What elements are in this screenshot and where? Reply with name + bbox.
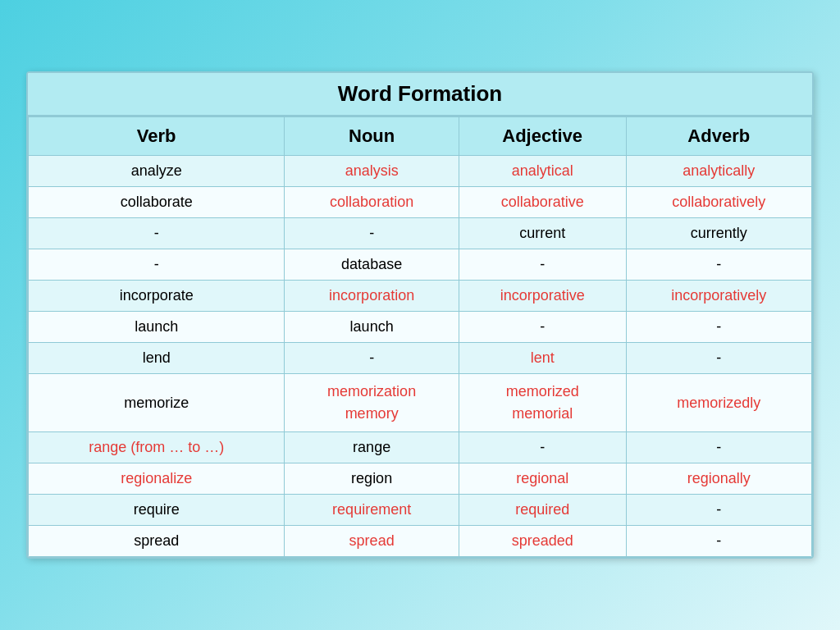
cell-adjective: lent [459,343,626,374]
table-row: regionalizeregionregionalregionally [29,463,812,495]
cell-adverb: - [626,432,812,463]
table-row: -database-- [29,249,812,281]
cell-adjective: spreaded [459,526,626,557]
cell-adjective: - [459,312,626,343]
table-row: spreadspreadspreaded- [29,526,812,557]
cell-verb: incorporate [29,281,285,312]
cell-adverb: collaboratively [626,187,812,218]
cell-adverb: - [626,526,812,557]
word-formation-table: Word Formation VerbNounAdjectiveAdverb a… [26,71,814,559]
cell-verb: lend [29,343,285,374]
column-header-verb: Verb [29,117,285,156]
cell-verb: memorize [29,374,285,432]
cell-verb: require [29,495,285,526]
cell-adjective: - [459,249,626,281]
table-row: lend-lent- [29,343,812,374]
cell-adverb: memorizedly [626,374,812,432]
cell-noun: spread [285,526,459,557]
cell-verb: collaborate [29,187,285,218]
column-header-adjective: Adjective [459,117,626,156]
cell-verb: range (from … to …) [29,432,285,463]
cell-noun: launch [285,312,459,343]
cell-noun: analysis [285,156,459,187]
table-row: incorporateincorporationincorporativeinc… [29,281,812,312]
cell-verb: spread [29,526,285,557]
cell-verb: launch [29,312,285,343]
cell-noun: collaboration [285,187,459,218]
cell-adjective: current [459,218,626,249]
cell-noun: incorporation [285,281,459,312]
cell-adverb: - [626,343,812,374]
cell-verb: analyze [29,156,285,187]
cell-verb: - [29,218,285,249]
cell-noun: database [285,249,459,281]
cell-adverb: regionally [626,463,812,495]
table-title: Word Formation [28,73,812,116]
cell-adverb: - [626,249,812,281]
cell-adverb: - [626,312,812,343]
cell-adjective: required [459,495,626,526]
cell-verb: regionalize [29,463,285,495]
table-row: memorizememorizationmemorymemorizedmemor… [29,374,812,432]
cell-adverb: incorporatively [626,281,812,312]
table-row: launchlaunch-- [29,312,812,343]
cell-adjective: collaborative [459,187,626,218]
cell-adjective: incorporative [459,281,626,312]
table-row: range (from … to …)range-- [29,432,812,463]
cell-adjective: - [459,432,626,463]
cell-adverb: currently [626,218,812,249]
cell-adjective: memorizedmemorial [459,374,626,432]
column-header-noun: Noun [285,117,459,156]
cell-noun: - [285,218,459,249]
cell-noun: requirement [285,495,459,526]
cell-adverb: analytically [626,156,812,187]
table-row: analyzeanalysisanalyticalanalytically [29,156,812,187]
table-row: collaboratecollaborationcollaborativecol… [29,187,812,218]
cell-noun: - [285,343,459,374]
cell-adverb: - [626,495,812,526]
cell-noun: memorizationmemory [285,374,459,432]
table-row: requirerequirementrequired- [29,495,812,526]
column-header-adverb: Adverb [626,117,812,156]
cell-noun: range [285,432,459,463]
cell-adjective: analytical [459,156,626,187]
cell-adjective: regional [459,463,626,495]
cell-verb: - [29,249,285,281]
table-row: --currentcurrently [29,218,812,249]
cell-noun: region [285,463,459,495]
